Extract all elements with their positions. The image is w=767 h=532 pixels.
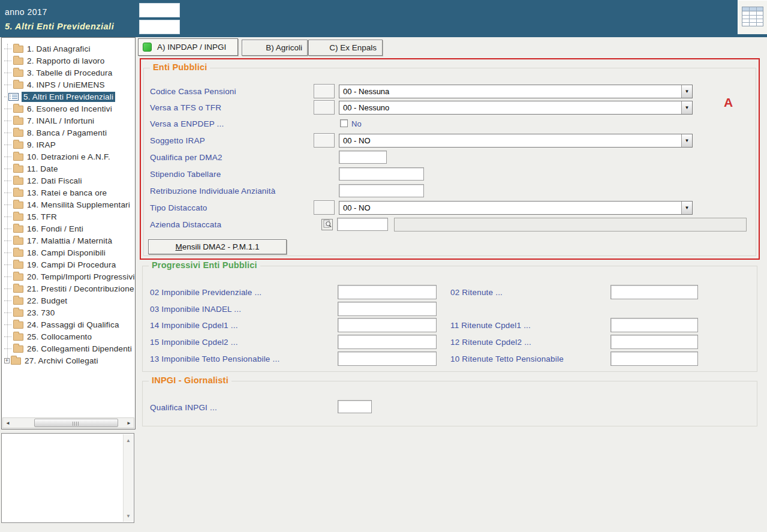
chevron-down-icon[interactable]: ▼	[681, 85, 692, 98]
qualifica-inpgi-input[interactable]	[338, 400, 372, 413]
notes-panel[interactable]: ▲ ▼	[1, 433, 134, 523]
soggetto-irap-select[interactable]: 00 - NO ▼	[339, 134, 693, 148]
tab-label: A) INPDAP / INPGI	[157, 43, 226, 52]
folder-icon	[13, 178, 23, 185]
ritenute-tetto-input[interactable]	[610, 351, 698, 366]
azienda-distaccata-input[interactable]	[337, 218, 388, 231]
ritenute-cpdel2-input[interactable]	[610, 335, 698, 349]
retribuzione-anzianita-input[interactable]	[339, 184, 424, 197]
ritenute-cpdel2-label: 12 Ritenute Cpdel2 ...	[450, 338, 531, 347]
chevron-down-icon[interactable]: ▼	[681, 202, 692, 214]
folder-icon	[13, 285, 23, 293]
folder-icon	[13, 214, 23, 221]
imponibile-cpdel1-input[interactable]	[338, 318, 437, 332]
azienda-distaccata-description	[394, 218, 747, 232]
spreadsheet-button[interactable]	[738, 0, 767, 34]
codice-cassa-pensioni-select[interactable]: 00 - Nessuna ▼	[339, 85, 693, 98]
sidebar-item-dati-anagrafici[interactable]: 1. Dati Anagrafici	[2, 43, 135, 55]
sidebar-tree-panel: 1. Dati Anagrafici 2. Rapporto di lavoro…	[1, 37, 136, 429]
sidebar-item-fondi-enti[interactable]: 16. Fondi / Enti	[2, 223, 135, 235]
tree-horizontal-scrollbar[interactable]: ◄ ►	[2, 417, 134, 428]
imponibile-previdenziale-input[interactable]	[338, 285, 437, 299]
sidebar-item-inps-uniemens[interactable]: 4. INPS / UniEMENS	[2, 79, 135, 91]
scrollbar-thumb[interactable]	[34, 419, 118, 427]
sidebar-item-dati-fiscali[interactable]: 12. Dati Fiscali	[2, 175, 135, 187]
scroll-up-icon[interactable]: ▲	[124, 435, 133, 445]
folder-icon	[13, 46, 23, 53]
scroll-right-icon[interactable]: ►	[124, 418, 134, 428]
header-field-1[interactable]	[139, 3, 180, 17]
folder-icon	[13, 82, 23, 89]
mensili-dma2-button[interactable]: Mensili DMA2 - P.M.1.1	[148, 239, 287, 254]
tab-agricoli[interactable]: B) Agricoli	[242, 40, 308, 56]
sidebar-item-tempi-importi-progressivi[interactable]: 20. Tempi/Importi Progressivi	[2, 270, 135, 282]
codice-cassa-code-box[interactable]	[314, 84, 335, 98]
tab-inpdap-inpgi[interactable]: A) INPDAP / INPGI	[138, 38, 238, 56]
sidebar-item-ratei-banca-ore[interactable]: 13. Ratei e banca ore	[2, 187, 135, 199]
sidebar-item-mensilita-supplementari[interactable]: 14. Mensilità Supplementari	[2, 199, 135, 211]
sidebar-item-inail-infortuni[interactable]: 7. INAIL / Infortuni	[2, 115, 135, 127]
header-field-2[interactable]	[139, 20, 180, 34]
folder-icon	[13, 70, 23, 77]
ritenute-cpdel1-input[interactable]	[610, 318, 698, 332]
soggetto-irap-label: Soggetto IRAP	[150, 136, 205, 145]
sidebar-item-esonero-ed-incentivi[interactable]: 6. Esonero ed Incentivi	[2, 103, 135, 115]
folder-icon	[13, 154, 23, 161]
folder-icon	[13, 226, 23, 233]
scroll-left-icon[interactable]: ◄	[3, 418, 13, 428]
tipo-distaccato-select[interactable]: 00 - NO ▼	[339, 201, 693, 215]
sidebar-item-passaggi-di-qualifica[interactable]: 24. Passaggi di Qualifica	[2, 318, 135, 330]
expand-plus-icon[interactable]: +	[4, 358, 10, 363]
imponibile-tetto-label: 13 Imponibile Tetto Pensionabile ...	[150, 354, 279, 363]
notes-vertical-scrollbar[interactable]: ▲ ▼	[123, 434, 133, 522]
sidebar-item-prestiti-decontribuzione[interactable]: 21. Prestiti / Decontribuzione	[2, 282, 135, 294]
sidebar-item-altri-enti-previdenziali[interactable]: 5. Altri Enti Previdenziali	[2, 91, 135, 103]
sidebar-item-rapporto-di-lavoro[interactable]: 2. Rapporto di lavoro	[2, 55, 135, 67]
navigation-tree: 1. Dati Anagrafici 2. Rapporto di lavoro…	[2, 38, 135, 417]
ritenute-input[interactable]	[610, 285, 698, 299]
soggetto-irap-code-box[interactable]	[314, 133, 335, 148]
versa-tfs-code-box[interactable]	[314, 100, 335, 115]
versa-enpdep-checkbox-label: No	[351, 119, 362, 128]
versa-tfs-tfr-select[interactable]: 00 - Nessuno ▼	[339, 101, 693, 115]
sidebar-item-detrazioni-anf[interactable]: 10. Detrazioni e A.N.F.	[2, 151, 135, 163]
chevron-down-icon[interactable]: ▼	[681, 101, 692, 114]
versa-enpdep-checkbox[interactable]	[340, 119, 348, 127]
chevron-down-icon[interactable]: ▼	[681, 134, 692, 147]
tab-ex-enpals[interactable]: C) Ex Enpals	[308, 40, 383, 56]
sidebar-item-date[interactable]: 11. Date	[2, 163, 135, 175]
sidebar-item-archivi-collegati[interactable]: +27. Archivi Collegati	[2, 354, 135, 366]
sidebar-item-730[interactable]: 23. 730	[2, 306, 135, 318]
sidebar-item-campi-di-procedura[interactable]: 19. Campi Di Procedura	[2, 259, 135, 270]
green-square-icon	[143, 43, 152, 52]
qualifica-dma2-input[interactable]	[339, 151, 387, 164]
group-title: Progressivi Enti Pubblici	[149, 260, 260, 270]
sidebar-item-campi-disponibili[interactable]: 18. Campi Disponibili	[2, 247, 135, 259]
sidebar-item-collegamenti-dipendenti[interactable]: 26. Collegamenti Dipendenti	[2, 342, 135, 354]
stipendio-tabellare-label: Stipendio Tabellare	[150, 170, 221, 179]
header-year-label: anno 2017	[5, 7, 47, 17]
stipendio-tabellare-input[interactable]	[339, 167, 424, 181]
folder-icon	[13, 273, 23, 281]
folder-icon	[13, 58, 23, 65]
sidebar-item-tabelle-di-procedura[interactable]: 3. Tabelle di Procedura	[2, 67, 135, 79]
section-a-highlight: Enti Pubblici Codice Cassa Pensioni 00 -…	[140, 58, 760, 260]
sidebar-item-tfr[interactable]: 15. TFR	[2, 211, 135, 223]
tipo-distaccato-code-box[interactable]	[314, 200, 335, 215]
imponibile-inadel-input[interactable]	[338, 302, 437, 316]
sidebar-item-malattia-maternita[interactable]: 17. Malattia / Maternità	[2, 235, 135, 247]
scroll-down-icon[interactable]: ▼	[124, 511, 133, 521]
lookup-button[interactable]	[321, 219, 333, 230]
ritenute-tetto-label: 10 Ritenute Tetto Pensionabile	[450, 354, 564, 363]
ritenute-cpdel1-label: 11 Ritenute Cpdel1 ...	[450, 321, 531, 330]
folder-icon	[11, 357, 21, 365]
group-title: Enti Pubblici	[150, 62, 210, 72]
sidebar-item-banca-pagamenti[interactable]: 8. Banca / Pagamenti	[2, 127, 135, 139]
tipo-distaccato-label: Tipo Distaccato	[150, 203, 207, 212]
progressivi-groupbox: Progressivi Enti Pubblici 02 Imponibile …	[142, 266, 757, 372]
imponibile-tetto-input[interactable]	[338, 351, 437, 366]
sidebar-item-irap[interactable]: 9. IRAP	[2, 139, 135, 151]
sidebar-item-collocamento[interactable]: 25. Collocamento	[2, 330, 135, 342]
imponibile-cpdel2-input[interactable]	[338, 335, 437, 349]
sidebar-item-budget[interactable]: 22. Budget	[2, 294, 135, 306]
